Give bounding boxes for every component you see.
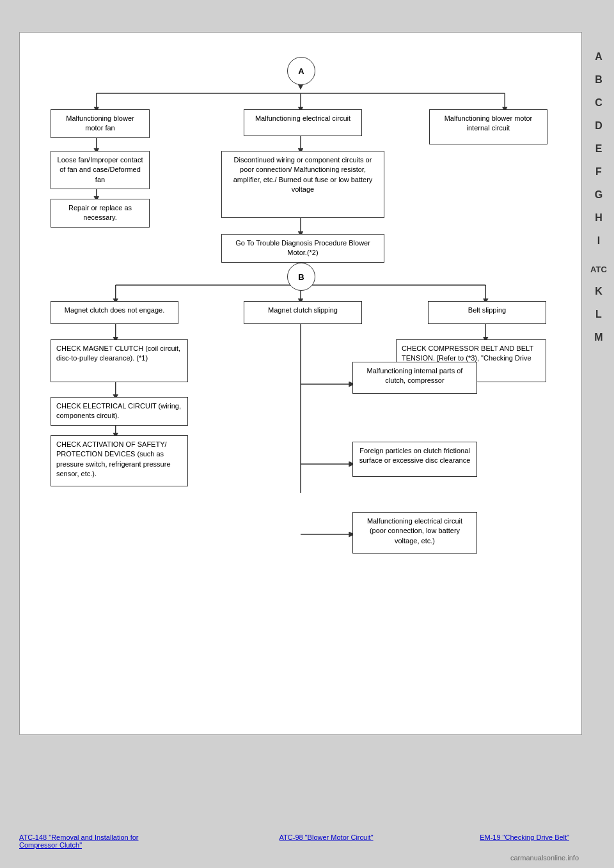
sidebar-letter-k[interactable]: K [595, 286, 602, 297]
bottom-links: ATC-148 "Removal and Installation for Co… [19, 833, 569, 849]
box-malf-blower-internal: Malfunctioning blower motor internal cir… [429, 109, 547, 144]
circle-a: A [287, 57, 315, 85]
box-discontinued-wiring: Discontinued wiring or component circuit… [221, 151, 384, 218]
sidebar-letter-m[interactable]: M [594, 332, 602, 343]
box-check-activation: CHECK ACTIVATION OF SAFETY/ PROTECTION D… [51, 435, 188, 486]
box-magnet-clutch-not-engage: Magnet clutch does not engage. [51, 301, 178, 324]
watermark: carmanualsonline.info [510, 854, 579, 862]
sidebar-letter-l[interactable]: L [595, 309, 602, 320]
sidebar-letter-i[interactable]: I [597, 235, 600, 247]
box-go-trouble: Go To Trouble Diagnosis Procedure Blower… [221, 234, 384, 263]
box-malf-blower-motor: Malfunctioning blower motor fan [51, 109, 150, 138]
box-malf-electrical-circuit-bottom: Malfunctioning electrical circuit (poor … [352, 512, 477, 554]
sidebar-letter-g[interactable]: G [595, 189, 602, 201]
bottom-link-3[interactable]: EM-19 "Checking Drive Belt" [480, 833, 569, 841]
sidebar-letter-b[interactable]: B [595, 74, 602, 86]
sidebar-letter-d[interactable]: D [595, 120, 602, 132]
sidebar-letter-a[interactable]: A [595, 51, 602, 63]
box-check-magnet-clutch: CHECK MAGNET CLUTCH (coil circuit, disc-… [51, 339, 188, 382]
sidebar-letter-c[interactable]: C [595, 97, 602, 109]
sidebar-letter-e[interactable]: E [595, 143, 602, 155]
main-content: A Malfunctioning blower motor fan Malfun… [19, 32, 582, 735]
circle-b: B [287, 263, 315, 291]
box-repair-replace: Repair or replace as necessary. [51, 199, 150, 228]
page-container: A B C D E F G H I ATC K L M [0, 0, 614, 868]
box-loose-fan: Loose fan/Improper contact of fan and ca… [51, 151, 150, 189]
bottom-link-1[interactable]: ATC-148 "Removal and Installation for Co… [19, 833, 173, 849]
box-check-electrical-circuit: CHECK ELECTRICAL CIRCUIT (wiring, compon… [51, 397, 188, 426]
box-belt-slipping: Belt slipping [428, 301, 546, 324]
bottom-link-2[interactable]: ATC-98 "Blower Motor Circuit" [279, 833, 374, 841]
sidebar-letter-atc[interactable]: ATC [590, 265, 607, 274]
sidebar-letter-h[interactable]: H [595, 212, 602, 224]
box-magnet-clutch-slipping: Magnet clutch slipping [244, 301, 362, 324]
flowchart: A Malfunctioning blower motor fan Malfun… [33, 45, 569, 717]
box-foreign-particles: Foreign particles on clutch frictional s… [352, 442, 477, 477]
sidebar-letter-f[interactable]: F [595, 166, 602, 178]
box-malf-electrical: Malfunctioning electrical circuit [244, 109, 362, 136]
box-malf-internal-parts: Malfunctioning internal parts of clutch,… [352, 362, 477, 394]
right-sidebar: A B C D E F G H I ATC K L M [583, 0, 614, 767]
